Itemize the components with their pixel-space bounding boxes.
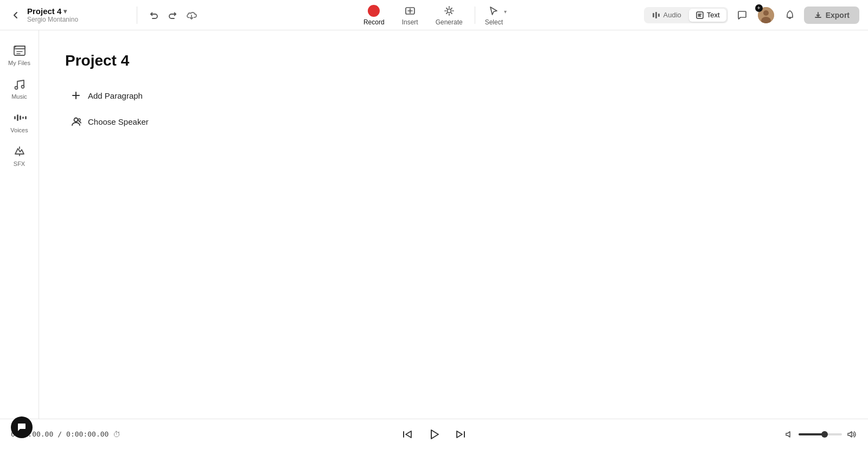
export-button[interactable]: Export [804, 7, 859, 24]
playback-controls [399, 425, 469, 444]
header-left: Project 4 ▾ Sergio Montanino [9, 7, 128, 23]
sidebar-label-sfx: SFX [14, 161, 25, 167]
generate-label: Generate [436, 18, 463, 26]
generate-icon [443, 4, 456, 17]
generate-tool[interactable]: Generate [428, 2, 470, 28]
export-label: Export [826, 11, 850, 20]
header: Project 4 ▾ Sergio Montanino [0, 0, 868, 30]
notification-button[interactable] [780, 5, 800, 25]
svg-rect-14 [20, 116, 21, 120]
redo-button[interactable] [164, 7, 181, 23]
cloud-save-button[interactable] [183, 7, 200, 23]
project-info: Project 4 ▾ Sergio Montanino [27, 7, 78, 23]
audio-text-toggle: Audio Text [644, 7, 728, 23]
svg-rect-2 [653, 13, 654, 17]
choose-speaker-row[interactable]: Choose Speaker [65, 113, 842, 130]
insert-icon [404, 4, 417, 17]
time-total: 0:00:00.00 [66, 430, 108, 438]
content-project-title: Project 4 [65, 52, 842, 69]
select-dropdown-icon: ▾ [504, 9, 507, 15]
content-area: Project 4 Add Paragraph Choose Speaker [39, 30, 868, 419]
select-tool[interactable]: Select ▾ [480, 1, 512, 29]
svg-point-10 [15, 87, 17, 89]
audio-toggle-button[interactable]: Audio [646, 9, 688, 22]
chat-button[interactable] [732, 5, 752, 25]
volume-down-button[interactable] [783, 428, 795, 440]
add-paragraph-row[interactable]: Add Paragraph [65, 87, 842, 104]
add-user-plus-badge: + [755, 4, 763, 12]
choose-speaker-label: Choose Speaker [88, 117, 149, 126]
header-right: Audio Text + [644, 5, 859, 25]
svg-rect-4 [658, 14, 660, 17]
volume-control [783, 428, 857, 440]
rewind-button[interactable] [399, 426, 416, 442]
volume-up-button[interactable] [845, 428, 857, 440]
record-icon [367, 4, 380, 17]
svg-rect-13 [17, 114, 18, 121]
record-tool[interactable]: Record [356, 2, 392, 28]
toolbar-center: Record Insert Generate [356, 1, 512, 29]
sidebar-item-sfx[interactable]: SFX [3, 140, 36, 171]
svg-rect-12 [14, 116, 16, 119]
toolbar-divider [475, 7, 475, 24]
undo-button[interactable] [146, 7, 162, 23]
svg-rect-16 [25, 116, 27, 119]
svg-point-1 [447, 9, 451, 12]
back-button[interactable] [9, 8, 23, 22]
svg-point-7 [763, 10, 769, 16]
sidebar-item-voices[interactable]: Voices [3, 106, 36, 138]
undo-redo-group [146, 7, 200, 23]
my-files-icon [12, 43, 27, 57]
header-divider-1 [137, 7, 137, 24]
project-owner: Sergio Montanino [27, 16, 78, 23]
svg-point-11 [21, 86, 24, 88]
floating-chat-button[interactable] [11, 416, 33, 438]
volume-slider-track[interactable] [799, 433, 842, 435]
add-paragraph-label: Add Paragraph [88, 91, 143, 100]
text-toggle-label: Text [707, 11, 720, 19]
svg-point-18 [78, 119, 80, 121]
bottom-right [783, 428, 857, 440]
main-layout: My Files Music [0, 30, 868, 419]
play-button[interactable] [424, 425, 444, 444]
select-label: Select [485, 18, 503, 26]
timer-icon: ⏱ [113, 430, 120, 439]
sidebar-item-music[interactable]: Music [3, 73, 36, 104]
text-toggle-button[interactable]: Text [689, 9, 726, 22]
volume-slider-thumb [821, 431, 828, 438]
record-label: Record [363, 18, 385, 26]
select-icon [487, 4, 500, 17]
svg-point-17 [74, 118, 78, 122]
sidebar-item-my-files[interactable]: My Files [3, 39, 36, 70]
choose-speaker-icon [69, 116, 82, 127]
volume-slider-fill [799, 433, 825, 435]
fast-forward-button[interactable] [452, 426, 469, 442]
music-icon [12, 77, 27, 91]
add-paragraph-icon [69, 90, 82, 101]
bottom-bar: 0:00:00.00 / 0:00:00.00 ⏱ [0, 419, 868, 449]
time-separator: / [58, 430, 62, 438]
add-user-button[interactable]: + [756, 5, 776, 25]
insert-label: Insert [402, 18, 418, 26]
sfx-icon [12, 144, 27, 158]
svg-rect-15 [22, 117, 24, 119]
insert-tool[interactable]: Insert [394, 2, 426, 28]
project-title-row[interactable]: Project 4 ▾ [27, 7, 78, 16]
sidebar-label-music: Music [11, 93, 27, 100]
project-title: Project 4 [27, 7, 61, 16]
sidebar-label-voices: Voices [10, 127, 28, 133]
audio-toggle-label: Audio [663, 11, 681, 19]
dropdown-icon: ▾ [63, 8, 67, 15]
sidebar-label-my-files: My Files [8, 60, 30, 66]
svg-rect-3 [655, 12, 657, 18]
sidebar: My Files Music [0, 30, 39, 419]
voices-icon [12, 111, 27, 125]
